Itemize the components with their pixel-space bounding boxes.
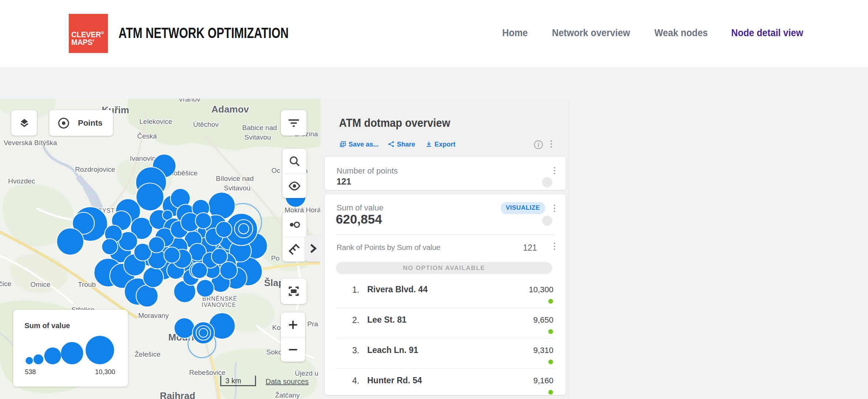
svg-text:Veverská Bítýška: Veverská Bítýška <box>4 139 57 147</box>
svg-text:Omice: Omice <box>30 281 50 288</box>
svg-text:Svitavou: Svitavou <box>224 184 251 192</box>
svg-text:Žatčany: Žatčany <box>275 391 300 399</box>
svg-text:Rajhrad: Rajhrad <box>160 390 195 399</box>
svg-text:Troub: Troub <box>78 281 96 288</box>
svg-text:Adamov: Adamov <box>211 104 249 115</box>
svg-text:Útěchov: Útěchov <box>193 121 219 128</box>
svg-text:Želešice: Želešice <box>135 350 161 358</box>
svg-text:tčice: tčice <box>0 280 11 288</box>
svg-text:Ko: Ko <box>272 324 281 331</box>
svg-text:Česká: Česká <box>137 132 157 140</box>
svg-text:Újezd u B: Újezd u B <box>295 369 320 377</box>
svg-text:Po: Po <box>271 254 279 262</box>
svg-text:Svitavou: Svitavou <box>244 133 271 141</box>
svg-text:IVANOVICE: IVANOVICE <box>202 302 236 308</box>
svg-text:Vranov: Vranov <box>179 99 200 103</box>
svg-text:Moravany: Moravany <box>138 312 169 319</box>
svg-text:Rozdrojovice: Rozdrojovice <box>75 166 115 173</box>
svg-text:Babice nad: Babice nad <box>242 124 277 132</box>
svg-text:Rebešovice: Rebešovice <box>189 369 225 376</box>
svg-text:Oc: Oc <box>271 167 280 174</box>
svg-text:Lelekovice: Lelekovice <box>139 118 172 125</box>
svg-text:Hvozdec: Hvozdec <box>8 177 35 185</box>
svg-text:Bílovice nad: Bílovice nad <box>216 175 254 182</box>
svg-text:Soko: Soko <box>266 348 282 356</box>
svg-text:Pra: Pra <box>307 320 318 328</box>
